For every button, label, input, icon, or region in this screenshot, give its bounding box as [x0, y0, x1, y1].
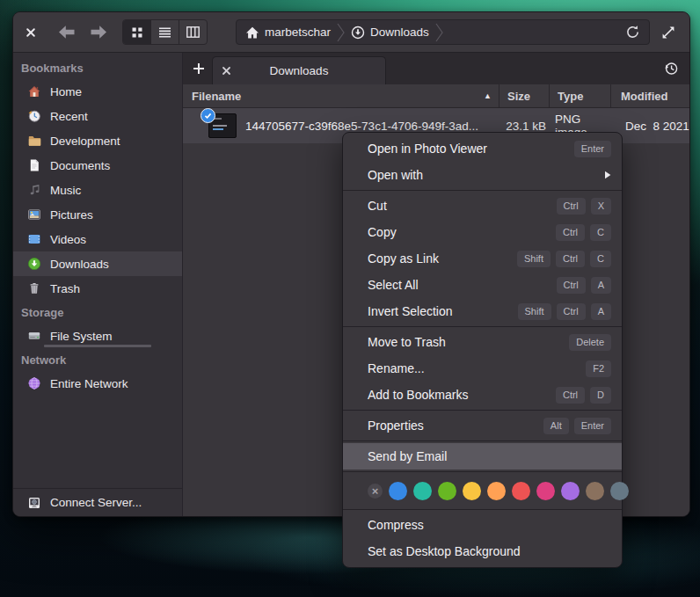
connect-server-button[interactable]: Connect Server... [13, 488, 182, 516]
sort-ascending-icon: ▲ [484, 91, 492, 100]
menu-item-compress[interactable]: Compress [343, 512, 622, 538]
path-bar[interactable]: marbetschar Downloads [236, 19, 650, 45]
key-badge: X [591, 198, 611, 215]
clear-color-tag-button[interactable]: × [368, 484, 383, 499]
network-globe-icon [27, 376, 41, 390]
home-icon [27, 84, 41, 98]
fullscreen-button[interactable] [661, 25, 675, 40]
list-view-icon [158, 26, 171, 39]
key-badge: Shift [517, 251, 551, 267]
menu-separator [343, 190, 622, 191]
downloads-icon [27, 257, 41, 271]
refresh-button[interactable] [625, 25, 640, 40]
sidebar-item-label: Entire Network [50, 377, 128, 390]
key-badge: Enter [574, 418, 611, 434]
column-modified[interactable]: Modified [610, 84, 689, 107]
sidebar-item-documents[interactable]: Documents [13, 153, 182, 178]
forward-button[interactable] [89, 25, 108, 40]
color-tag-slate[interactable] [610, 482, 629, 500]
menu-item-invert-selection[interactable]: Invert Selection ShiftCtrlA [343, 298, 622, 324]
breadcrumb-label: Downloads [370, 25, 429, 39]
list-view-button[interactable] [150, 20, 179, 44]
sidebar-item-development[interactable]: Development [13, 128, 182, 153]
color-tag-brown[interactable] [586, 482, 604, 500]
key-badge: C [590, 251, 611, 267]
back-arrow-icon [57, 25, 77, 40]
menu-item-properties[interactable]: Properties AltEnter [343, 412, 622, 439]
sidebar-item-downloads[interactable]: Downloads [13, 251, 182, 276]
sidebar-item-videos[interactable]: Videos [13, 227, 182, 251]
history-button[interactable] [663, 61, 679, 76]
color-tag-yellow[interactable] [463, 482, 481, 500]
color-tag-red[interactable] [512, 482, 530, 500]
column-size[interactable]: Size [499, 84, 549, 107]
sidebar-item-home[interactable]: Home [13, 79, 182, 104]
column-view-button[interactable] [179, 20, 207, 44]
sidebar-item-label: Documents [50, 159, 110, 172]
color-tag-blue[interactable] [389, 482, 407, 500]
menu-item-copy[interactable]: Copy CtrlC [343, 219, 622, 245]
breadcrumb-downloads[interactable]: Downloads [351, 25, 429, 40]
sidebar-item-label: File System [50, 330, 113, 343]
color-tag-green[interactable] [438, 482, 456, 500]
sidebar: Bookmarks Home Recent Development Docume… [13, 53, 183, 516]
color-tag-pink[interactable] [536, 482, 555, 500]
tab-downloads[interactable]: Downloads [212, 56, 386, 84]
sidebar-item-pictures[interactable]: Pictures [13, 202, 182, 227]
column-filename[interactable]: Filename ▲ [183, 84, 499, 107]
tab-bar: Downloads [183, 53, 689, 84]
menu-item-set-as-desktop-background[interactable]: Set as Desktop Background [343, 538, 622, 564]
sidebar-item-label: Music [50, 184, 81, 197]
document-icon [27, 158, 41, 172]
menu-separator [343, 326, 622, 327]
file-thumbnail [203, 112, 238, 140]
grid-view-button[interactable] [123, 20, 150, 44]
submenu-arrow-icon [604, 171, 611, 179]
back-button[interactable] [57, 25, 77, 40]
tab-title: Downloads [231, 64, 376, 77]
key-badge: Ctrl [557, 277, 586, 294]
column-type[interactable]: Type [549, 84, 610, 107]
sidebar-item-trash[interactable]: Trash [13, 276, 182, 301]
key-badge: Ctrl [556, 224, 585, 241]
color-tag-row: × [343, 474, 622, 507]
menu-separator [343, 471, 622, 472]
menu-item-send-by-email[interactable]: Send by Email [343, 443, 622, 470]
context-menu: Open in Photo Viewer Enter Open with Cut… [342, 132, 623, 568]
sidebar-section-network: Network [13, 348, 182, 371]
breadcrumb-home[interactable]: marbetschar [245, 25, 331, 39]
menu-item-cut[interactable]: Cut CtrlX [343, 193, 622, 219]
grid-view-icon [131, 26, 143, 39]
menu-item-open-in-photo-viewer[interactable]: Open in Photo Viewer Enter [343, 135, 622, 162]
key-badge: Shift [518, 303, 551, 320]
menu-item-add-to-bookmarks[interactable]: Add to Bookmarks CtrlD [343, 382, 622, 408]
sidebar-item-music[interactable]: Music [13, 178, 182, 202]
key-badge: Ctrl [556, 387, 585, 404]
sidebar-item-label: Recent [50, 110, 88, 123]
sidebar-item-file-system[interactable]: File System [13, 324, 182, 348]
sidebar-item-entire-network[interactable]: Entire Network [13, 371, 182, 396]
close-icon [26, 27, 36, 38]
menu-item-rename[interactable]: Rename... F2 [343, 355, 622, 382]
menu-item-move-to-trash[interactable]: Move to Trash Delete [343, 329, 622, 355]
plus-icon [193, 62, 205, 75]
folder-icon [27, 134, 41, 148]
key-badge: Delete [569, 334, 611, 351]
sidebar-item-recent[interactable]: Recent [13, 104, 182, 128]
sidebar-section-storage: Storage [13, 301, 182, 324]
window-close-button[interactable] [26, 27, 36, 38]
menu-item-copy-as-link[interactable]: Copy as Link ShiftCtrlC [343, 245, 622, 272]
sidebar-item-label: Home [50, 85, 82, 98]
tab-close-button[interactable] [222, 66, 231, 76]
disk-usage-bar [44, 345, 151, 347]
menu-separator [343, 509, 622, 510]
menu-item-select-all[interactable]: Select All CtrlA [343, 272, 622, 298]
color-tag-mint[interactable] [413, 482, 432, 500]
connect-server-label: Connect Server... [50, 496, 142, 509]
menu-item-open-with[interactable]: Open with [343, 162, 622, 188]
key-badge: A [591, 277, 611, 294]
menu-separator [343, 410, 622, 411]
color-tag-orange[interactable] [487, 482, 506, 500]
color-tag-purple[interactable] [561, 482, 580, 500]
new-tab-button[interactable] [186, 55, 212, 82]
